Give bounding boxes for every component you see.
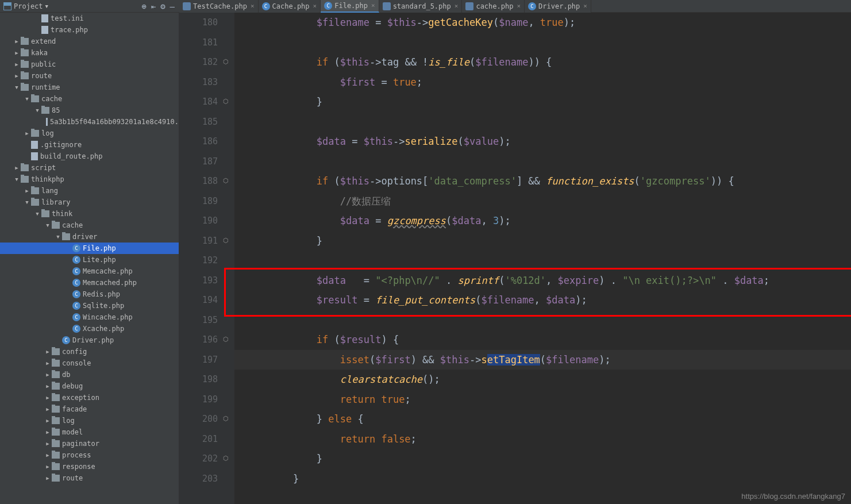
tree-item-think[interactable]: ▼think (0, 208, 179, 220)
code-line-186[interactable]: $data = $this->serialize($value); (234, 132, 851, 152)
chevron-right-icon[interactable]: ▶ (44, 452, 52, 458)
tree-item-test-ini[interactable]: test.ini (0, 13, 179, 24)
tree-item-lang[interactable]: ▶lang (0, 185, 179, 197)
tree-item-config[interactable]: ▶config (0, 346, 179, 357)
target-icon[interactable]: ⊕ (141, 2, 146, 11)
collapse-icon[interactable]: ⇤ (151, 2, 156, 11)
chevron-right-icon[interactable]: ▶ (44, 395, 52, 401)
tree-item--gitignore[interactable]: .gitignore (0, 139, 179, 151)
chevron-right-icon[interactable]: ▶ (13, 165, 21, 171)
chevron-right-icon[interactable]: ▶ (44, 475, 52, 481)
tree-item-Memcached-php[interactable]: CMemcached.php (0, 277, 179, 288)
tree-item-Wincache-php[interactable]: CWincache.php (0, 311, 179, 323)
tree-item-Lite-php[interactable]: CLite.php (0, 254, 179, 266)
tab-TestCache-php[interactable]: TestCache.php× (179, 0, 259, 13)
tab-Cache-php[interactable]: CCache.php× (259, 0, 321, 13)
chevron-right-icon[interactable]: ▶ (44, 406, 52, 412)
close-icon[interactable]: × (455, 2, 459, 10)
chevron-right-icon[interactable]: ▶ (23, 188, 31, 194)
tree-item-script[interactable]: ▶script (0, 162, 179, 174)
tree-item-trace-php[interactable]: trace.php (0, 24, 179, 36)
tree-item-Memcache-php[interactable]: CMemcache.php (0, 266, 179, 277)
chevron-right-icon[interactable]: ▶ (13, 50, 21, 56)
code-line-197[interactable]: isset($first) && $this->setTagItem($file… (234, 350, 851, 370)
tree-item-cache[interactable]: ▼cache (0, 220, 179, 231)
code-line-192[interactable] (234, 251, 851, 271)
code-line-200[interactable]: } else { (234, 409, 851, 429)
close-icon[interactable]: × (583, 2, 587, 10)
hide-icon[interactable]: — (170, 2, 175, 11)
chevron-right-icon[interactable]: ▶ (23, 130, 31, 136)
tree-item-route[interactable]: ▶route (0, 70, 179, 82)
fold-marker[interactable]: ⬡ (223, 455, 231, 463)
code-line-189[interactable]: //数据压缩 (234, 191, 851, 211)
tree-item-facade[interactable]: ▶facade (0, 403, 179, 415)
fold-marker[interactable]: ⬡ (223, 237, 231, 245)
chevron-right-icon[interactable]: ▶ (44, 372, 52, 378)
code-content[interactable]: $filename = $this->getCacheKey($name, tr… (234, 13, 851, 504)
tree-item-5a3b1b5f04a16bb093201a1e8c4910-[interactable]: 5a3b1b5f04a16bb093201a1e8c4910. (0, 116, 179, 128)
tab-Driver-php[interactable]: CDriver.php× (525, 0, 591, 13)
code-line-187[interactable] (234, 152, 851, 172)
tree-item-db[interactable]: ▶db (0, 369, 179, 380)
code-line-182[interactable]: if ($this->tag && !is_file($filename)) { (234, 52, 851, 72)
gear-icon[interactable]: ⚙ (160, 2, 165, 11)
chevron-down-icon[interactable]: ▼ (13, 176, 21, 182)
chevron-down-icon[interactable]: ▼ (33, 211, 41, 217)
tree-item-process[interactable]: ▶process (0, 449, 179, 461)
code-line-191[interactable]: } (234, 231, 851, 251)
tree-item-exception[interactable]: ▶exception (0, 392, 179, 403)
code-line-190[interactable]: $data = gzcompress($data, 3); (234, 211, 851, 231)
chevron-right-icon[interactable]: ▶ (44, 349, 52, 355)
editor[interactable]: 1801811821831841851861871881891901911921… (179, 13, 851, 504)
tab-File-php[interactable]: CFile.php× (321, 0, 379, 13)
chevron-down-icon[interactable]: ▼ (23, 199, 31, 205)
chevron-down-icon[interactable]: ▼ (33, 107, 41, 113)
tab-standard_5-php[interactable]: standard_5.php× (379, 0, 463, 13)
chevron-right-icon[interactable]: ▶ (44, 383, 52, 389)
chevron-right-icon[interactable]: ▶ (13, 61, 21, 67)
tab-cache-php[interactable]: cache.php× (462, 0, 525, 13)
chevron-right-icon[interactable]: ▶ (44, 418, 52, 424)
code-line-188[interactable]: if ($this->options['data_compress'] && f… (234, 171, 851, 191)
chevron-right-icon[interactable]: ▶ (44, 464, 52, 470)
chevron-down-icon[interactable]: ▼ (54, 234, 62, 240)
tree-item-log[interactable]: ▶log (0, 415, 179, 426)
fold-marker[interactable]: ⬡ (223, 415, 231, 423)
tree-item-File-php[interactable]: CFile.php (0, 243, 179, 254)
code-line-195[interactable] (234, 310, 851, 330)
tree-item-Redis-php[interactable]: CRedis.php (0, 288, 179, 300)
tree-item-Sqlite-php[interactable]: CSqlite.php (0, 300, 179, 311)
tree-item-Xcache-php[interactable]: CXcache.php (0, 323, 179, 334)
chevron-right-icon[interactable]: ▶ (44, 429, 52, 435)
tree-item-route[interactable]: ▶route (0, 472, 179, 484)
tree-item-cache[interactable]: ▼cache (0, 93, 179, 105)
tree-item-85[interactable]: ▼85 (0, 105, 179, 116)
close-icon[interactable]: × (517, 2, 521, 10)
tree-item-runtime[interactable]: ▼runtime (0, 82, 179, 93)
tree-item-extend[interactable]: ▶extend (0, 36, 179, 47)
project-dropdown[interactable]: Project ▼ (3, 2, 48, 10)
fold-marker[interactable]: ⬡ (223, 177, 231, 185)
tree-item-public[interactable]: ▶public (0, 59, 179, 70)
chevron-down-icon[interactable]: ▼ (13, 84, 21, 90)
code-line-194[interactable]: $result = file_put_contents($filename, $… (234, 290, 851, 310)
tree-item-paginator[interactable]: ▶paginator (0, 438, 179, 449)
tree-item-thinkphp[interactable]: ▼thinkphp (0, 174, 179, 185)
tree-item-console[interactable]: ▶console (0, 357, 179, 369)
code-line-184[interactable]: } (234, 92, 851, 112)
tree-item-response[interactable]: ▶response (0, 461, 179, 472)
code-line-201[interactable]: return false; (234, 429, 851, 449)
code-line-196[interactable]: if ($result) { (234, 330, 851, 350)
code-line-193[interactable]: $data = "<?php\n//" . sprintf('%012d', $… (234, 271, 851, 291)
tree-item-model[interactable]: ▶model (0, 426, 179, 438)
code-line-181[interactable] (234, 33, 851, 53)
tree-item-kaka[interactable]: ▶kaka (0, 47, 179, 59)
chevron-down-icon[interactable]: ▼ (44, 222, 52, 228)
code-line-185[interactable] (234, 112, 851, 132)
fold-marker[interactable]: ⬡ (223, 58, 231, 66)
code-line-183[interactable]: $first = true; (234, 72, 851, 93)
chevron-down-icon[interactable]: ▼ (23, 96, 31, 102)
close-icon[interactable]: × (251, 2, 255, 10)
tree-item-build_route-php[interactable]: build_route.php (0, 151, 179, 162)
